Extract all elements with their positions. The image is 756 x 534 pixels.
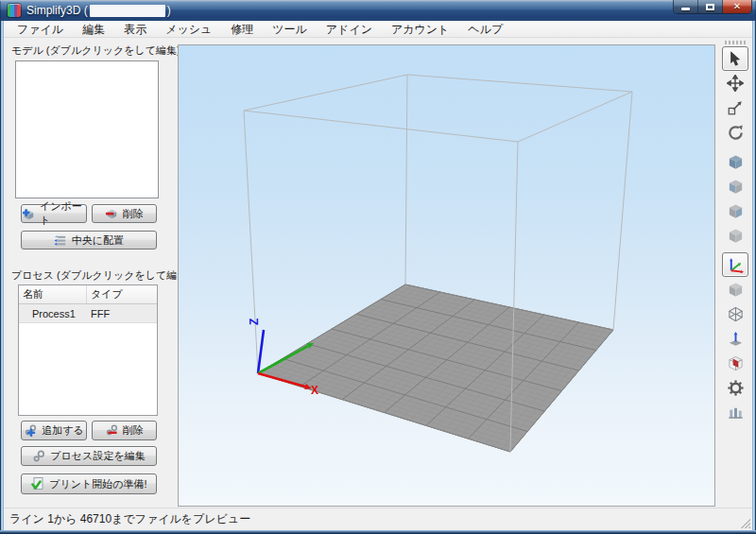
cursor-icon: [727, 50, 744, 67]
process-table: 名前 タイプ Process1 FFF: [18, 284, 158, 416]
maximize-icon: [706, 4, 714, 10]
support-pillars-icon: [727, 404, 745, 422]
build-viewport[interactable]: ZX: [178, 44, 715, 507]
import-model-button[interactable]: インポート: [21, 204, 87, 223]
title-bar[interactable]: Simplify3D ( ) ✕: [0, 0, 756, 21]
svg-text:Z: Z: [248, 319, 261, 325]
delete-process-label: 削除: [123, 423, 144, 438]
import-cube-icon: [22, 207, 36, 221]
surface-normal-button[interactable]: [722, 326, 748, 351]
center-align-icon: [54, 233, 68, 248]
add-process-icon: [24, 423, 38, 438]
delete-model-label: 削除: [123, 207, 144, 221]
import-model-label: インポート: [40, 199, 86, 228]
delete-model-button[interactable]: 削除: [92, 204, 157, 223]
view-top-button[interactable]: [722, 174, 748, 198]
app-window: Simplify3D ( ) ✕ ファイル 編集 表示 メッシュ 修理 ツール …: [0, 0, 756, 534]
menu-help[interactable]: ヘルプ: [458, 21, 512, 38]
move-tool-button[interactable]: [722, 71, 748, 95]
status-bar: ライン 1から 46710までファイルをプレビュー: [4, 508, 752, 530]
view-front-button[interactable]: [722, 198, 748, 223]
move-arrows-icon: [727, 75, 744, 92]
status-message: ライン 1から 46710までファイルをプレビュー: [4, 511, 250, 527]
view-default-cube-icon: [727, 153, 745, 171]
delete-process-icon: [105, 423, 119, 438]
resize-grip[interactable]: [739, 517, 750, 528]
minimize-button[interactable]: [674, 0, 698, 13]
models-section-label: モデル (ダブルクリックをして編集): [11, 43, 180, 58]
prepare-to-print-button[interactable]: プリント開始の準備!: [21, 474, 157, 494]
menu-edit[interactable]: 編集: [73, 21, 114, 38]
solid-cube-icon: [727, 281, 745, 299]
process-table-header[interactable]: 名前 タイプ: [19, 285, 157, 304]
edit-process-settings-label: プロセス設定を編集: [50, 449, 145, 463]
title-redacted-area: [90, 5, 165, 17]
axes-icon: [727, 256, 745, 274]
delete-cube-icon: [105, 207, 119, 221]
menu-tools[interactable]: ツール: [263, 21, 317, 38]
rotate-tool-button[interactable]: [722, 120, 748, 145]
maximize-button[interactable]: [698, 0, 723, 13]
minimize-icon: [681, 8, 690, 10]
menu-repair[interactable]: 修理: [221, 21, 263, 38]
delete-process-button[interactable]: 削除: [92, 421, 157, 440]
app-logo-icon: [8, 4, 21, 17]
window-frame-right: [752, 21, 756, 530]
models-list[interactable]: [15, 60, 159, 198]
gear-icon: [727, 379, 745, 397]
add-process-label: 追加する: [42, 423, 84, 438]
build-volume-scene: ZX: [179, 45, 714, 506]
prepare-to-print-label: プリント開始の準備!: [49, 477, 146, 491]
wireframe-cube-icon: [727, 305, 745, 323]
menu-view[interactable]: 表示: [114, 21, 156, 38]
column-type[interactable]: タイプ: [87, 285, 157, 303]
view-default-button[interactable]: [722, 149, 748, 174]
process-row[interactable]: Process1 FFF: [19, 304, 157, 323]
scale-tool-button[interactable]: [722, 95, 748, 120]
column-name[interactable]: 名前: [19, 285, 87, 303]
edit-process-settings-button[interactable]: プロセス設定を編集: [21, 446, 157, 466]
view-toolbar: [718, 38, 752, 510]
show-axes-button[interactable]: [722, 252, 748, 277]
toolbar-grip[interactable]: [725, 41, 746, 44]
wireframe-view-button[interactable]: [722, 301, 748, 326]
menu-mesh[interactable]: メッシュ: [156, 21, 221, 38]
window-title: Simplify3D ( ): [26, 4, 171, 17]
process-type-cell: FFF: [87, 308, 157, 319]
rotate-icon: [727, 124, 745, 142]
prepare-check-icon: [30, 476, 45, 491]
close-button[interactable]: ✕: [723, 0, 751, 13]
gears-icon: [32, 449, 46, 463]
center-model-button[interactable]: 中央に配置: [21, 231, 157, 250]
close-icon: ✕: [733, 2, 741, 11]
menu-bar: ファイル 編集 表示 メッシュ 修理 ツール アドイン アカウント ヘルプ: [4, 21, 752, 38]
view-top-cube-icon: [727, 178, 745, 196]
cross-section-icon: [727, 354, 745, 372]
center-model-label: 中央に配置: [72, 233, 124, 248]
surface-normal-icon: [727, 330, 745, 348]
machine-settings-button[interactable]: [722, 375, 748, 400]
processes-section-label: プロセス (ダブルクリックをして編集): [11, 268, 191, 283]
window-frame-bottom: [0, 530, 756, 534]
menu-account[interactable]: アカウント: [382, 21, 458, 38]
process-name-cell: Process1: [19, 308, 87, 319]
select-cursor-button[interactable]: [722, 46, 748, 71]
view-front-cube-icon: [727, 202, 745, 220]
add-process-button[interactable]: 追加する: [21, 421, 87, 440]
scale-icon: [727, 99, 744, 116]
view-side-button[interactable]: [722, 223, 748, 248]
menu-file[interactable]: ファイル: [8, 21, 73, 38]
menu-addins[interactable]: アドイン: [317, 21, 382, 38]
cross-section-button[interactable]: [722, 351, 748, 375]
solid-view-button[interactable]: [722, 277, 748, 301]
view-side-cube-icon: [727, 227, 745, 245]
svg-text:X: X: [311, 384, 318, 397]
support-structures-button[interactable]: [722, 400, 748, 424]
